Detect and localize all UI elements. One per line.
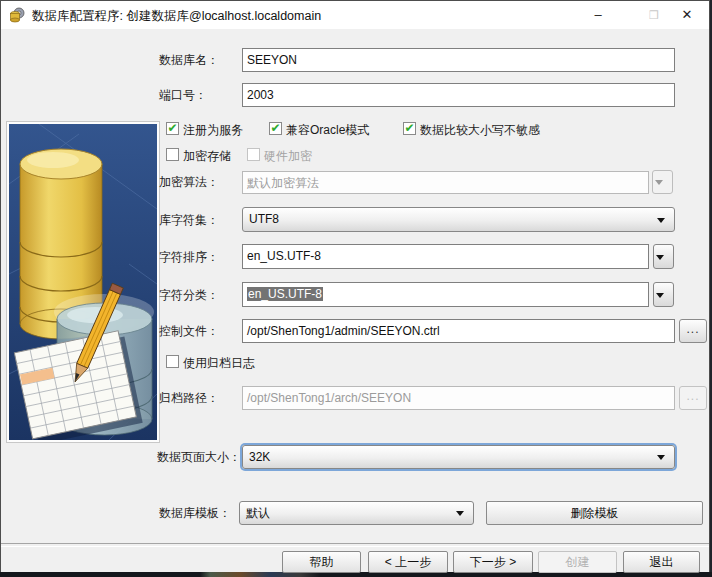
- check-icon: ✔: [167, 121, 177, 135]
- collation-dropdown-button[interactable]: [653, 244, 674, 269]
- hardware-encrypt-checkbox: [247, 148, 260, 161]
- charset-value: UTF8: [249, 212, 279, 226]
- window-title: 数据库配置程序: 创建数据库@localhost.localdomain: [32, 8, 321, 25]
- dialog-body: 数据库名： SEEYON 端口号： 2003 ✔ 注册为服务 ✔ 兼容Oracl…: [1, 29, 709, 572]
- db-config-wizard-window: 数据库配置程序: 创建数据库@localhost.localdomain – ❒…: [0, 0, 710, 572]
- archive-log-checkbox[interactable]: [166, 355, 179, 368]
- oracle-mode-checkbox[interactable]: ✔: [269, 122, 282, 135]
- prev-step-button[interactable]: < 上一步: [368, 551, 448, 573]
- control-file-input[interactable]: /opt/ShenTong1/admin/SEEYON.ctrl: [242, 319, 675, 343]
- db-name-label: 数据库名：: [159, 52, 219, 69]
- chevron-down-icon: [456, 511, 464, 516]
- encrypt-storage-label: 加密存储: [183, 148, 231, 165]
- chevron-down-icon: [657, 455, 665, 460]
- encrypt-algo-combo: 默认加密算法: [242, 171, 649, 194]
- help-button[interactable]: 帮助: [282, 551, 361, 573]
- check-icon: ✔: [270, 121, 280, 135]
- template-label: 数据库模板：: [159, 505, 231, 522]
- exit-button[interactable]: 退出: [623, 551, 700, 573]
- screen: 数据库配置程序: 创建数据库@localhost.localdomain – ❒…: [0, 0, 712, 577]
- charset-combobox[interactable]: UTF8: [242, 207, 675, 232]
- database-artwork: [9, 124, 157, 440]
- chevron-down-icon: [656, 293, 664, 298]
- archive-path-label: 归档路径：: [159, 390, 219, 407]
- charset-label: 库字符集：: [159, 212, 219, 229]
- create-button: 创建: [538, 551, 617, 573]
- oracle-mode-label: 兼容Oracle模式: [286, 122, 369, 139]
- hardware-encrypt-label: 硬件加密: [264, 148, 312, 165]
- page-size-value: 32K: [249, 450, 270, 464]
- case-insensitive-checkbox[interactable]: ✔: [403, 122, 416, 135]
- close-button[interactable]: ✕: [664, 1, 710, 29]
- chevron-down-icon: [656, 255, 664, 260]
- collation-label: 字符排序：: [159, 249, 219, 266]
- collation-combobox[interactable]: en_US.UTF-8: [242, 244, 649, 269]
- classification-dropdown-button[interactable]: [653, 282, 674, 307]
- footer-separator: [1, 543, 709, 547]
- archive-path-browse-button: ...: [679, 386, 707, 410]
- page-size-label: 数据页面大小：: [157, 449, 241, 466]
- encrypt-algo-label: 加密算法：: [159, 174, 219, 191]
- classification-label: 字符分类：: [159, 287, 219, 304]
- archive-path-input: /opt/ShenTong1/arch/SEEYON: [242, 386, 675, 410]
- selected-text: en_US.UTF-8: [247, 287, 323, 301]
- control-file-label: 控制文件：: [159, 323, 219, 340]
- check-icon: ✔: [404, 121, 414, 135]
- template-combobox[interactable]: 默认: [239, 501, 474, 525]
- register-service-checkbox[interactable]: ✔: [166, 122, 179, 135]
- chevron-down-icon: [657, 218, 665, 223]
- template-value: 默认: [246, 506, 270, 520]
- classification-combobox[interactable]: en_US.UTF-8: [242, 282, 649, 307]
- title-bar[interactable]: 数据库配置程序: 创建数据库@localhost.localdomain – ❒…: [1, 1, 709, 30]
- encrypt-algo-dropdown-button: [652, 170, 673, 194]
- register-service-label: 注册为服务: [183, 122, 243, 139]
- next-step-button[interactable]: 下一步 >: [453, 551, 533, 573]
- database-artwork-panel: [7, 122, 159, 442]
- page-size-combobox[interactable]: 32K: [242, 445, 675, 469]
- app-icon: [9, 7, 25, 23]
- chevron-down-icon: [655, 180, 663, 185]
- db-name-input[interactable]: SEEYON: [242, 48, 675, 72]
- encrypt-storage-checkbox[interactable]: [166, 148, 179, 161]
- archive-log-label: 使用归档日志: [183, 355, 255, 372]
- port-input[interactable]: 2003: [242, 83, 675, 107]
- minimize-button[interactable]: –: [575, 1, 621, 29]
- case-insensitive-label: 数据比较大小写不敏感: [420, 122, 540, 139]
- delete-template-button[interactable]: 删除模板: [486, 501, 703, 525]
- control-file-browse-button[interactable]: ...: [679, 319, 707, 343]
- port-label: 端口号：: [159, 87, 207, 104]
